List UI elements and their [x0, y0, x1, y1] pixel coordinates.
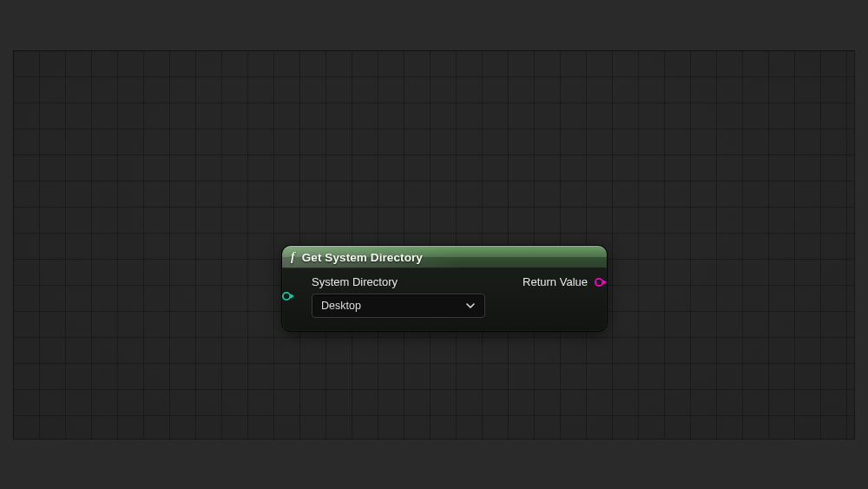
dropdown-value: Desktop: [321, 300, 361, 312]
output-block: Return Value: [523, 275, 588, 288]
node-title: Get System Directory: [302, 251, 423, 264]
chevron-down-icon: [465, 301, 476, 311]
input-block: System Directory Desktop: [312, 275, 494, 318]
node-get-system-directory[interactable]: f Get System Directory System Directory …: [282, 246, 607, 331]
svg-point-1: [595, 279, 602, 286]
system-directory-dropdown[interactable]: Desktop: [312, 294, 485, 318]
svg-point-0: [283, 293, 290, 300]
output-pin-return-value[interactable]: [594, 277, 608, 287]
input-label: System Directory: [312, 275, 494, 288]
blueprint-graph-viewport[interactable]: f Get System Directory System Directory …: [13, 50, 855, 439]
node-header[interactable]: f Get System Directory: [282, 246, 607, 268]
function-icon: f: [291, 251, 295, 263]
output-label: Return Value: [523, 275, 588, 288]
node-body: System Directory Desktop Return Value: [282, 268, 607, 331]
input-pin-system-directory[interactable]: [281, 291, 295, 301]
